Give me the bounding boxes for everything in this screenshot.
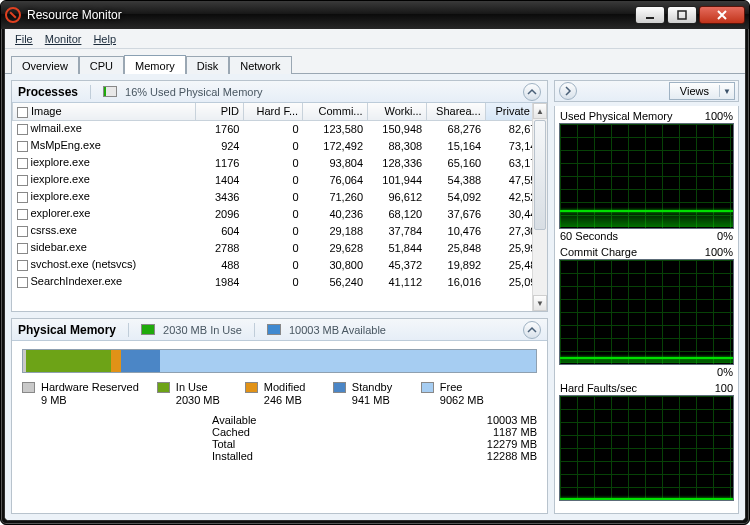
views-button[interactable]: Views ▼ xyxy=(669,82,735,100)
process-table: Image PID Hard F... Commi... Worki... Sh… xyxy=(12,103,547,291)
legend-standby: Standby941 MB xyxy=(333,381,403,406)
col-working[interactable]: Worki... xyxy=(367,103,426,120)
tab-network[interactable]: Network xyxy=(229,56,291,74)
graph-foot-right: 0% xyxy=(717,366,733,378)
col-pid[interactable]: PID xyxy=(195,103,243,120)
table-row[interactable]: iexplore.exe1176093,804128,33665,16063,1… xyxy=(13,154,547,171)
total-total-label: Total xyxy=(212,438,365,450)
graph-max: 100% xyxy=(705,110,733,122)
memory-legend: Hardware Reserved9 MBIn Use2030 MBModifi… xyxy=(22,381,537,406)
table-row[interactable]: MsMpEng.exe9240172,49288,30815,16473,144 xyxy=(13,137,547,154)
mem-seg-modified xyxy=(111,350,121,372)
views-label: Views xyxy=(670,85,720,97)
physical-memory-body: Hardware Reserved9 MBIn Use2030 MBModifi… xyxy=(12,341,547,468)
process-table-wrap: Image PID Hard F... Commi... Worki... Sh… xyxy=(12,103,547,311)
graph-0: Used Physical Memory100%60 Seconds0% xyxy=(559,110,734,242)
col-image[interactable]: Image xyxy=(13,103,196,120)
memory-usage-indicator xyxy=(103,86,117,97)
tab-strip: Overview CPU Memory Disk Network xyxy=(5,49,745,73)
table-row[interactable]: csrss.exe604029,18837,78410,47627,308 xyxy=(13,222,547,239)
in-use-label: 2030 MB In Use xyxy=(163,324,242,336)
row-checkbox[interactable] xyxy=(17,175,28,186)
graph-max: 100 xyxy=(715,382,733,394)
menu-file[interactable]: File xyxy=(11,32,37,46)
row-checkbox[interactable] xyxy=(17,124,28,135)
available-label: 10003 MB Available xyxy=(289,324,386,336)
memory-breakdown-bar xyxy=(22,349,537,373)
minimize-icon xyxy=(645,10,655,20)
tab-overview[interactable]: Overview xyxy=(11,56,79,74)
table-row[interactable]: iexplore.exe1404076,064101,94454,38847,5… xyxy=(13,171,547,188)
table-row[interactable]: SearchIndexer.exe1984056,24041,11216,016… xyxy=(13,273,547,290)
row-checkbox[interactable] xyxy=(17,192,28,203)
table-row[interactable]: wlmail.exe17600123,580150,94868,27682,67… xyxy=(13,120,547,137)
total-cached-label: Cached xyxy=(212,426,365,438)
total-cached-value: 1187 MB xyxy=(379,426,537,438)
graph-1: Commit Charge100%0% xyxy=(559,246,734,378)
row-checkbox[interactable] xyxy=(17,209,28,220)
chevron-up-icon xyxy=(527,325,537,335)
select-all-checkbox[interactable] xyxy=(17,107,28,118)
col-commit[interactable]: Commi... xyxy=(303,103,367,120)
table-row[interactable]: sidebar.exe2788029,62851,84425,84825,996 xyxy=(13,239,547,256)
memory-totals: Available10003 MBCached1187 MBTotal12279… xyxy=(212,414,537,462)
menu-help[interactable]: Help xyxy=(89,32,120,46)
tab-disk[interactable]: Disk xyxy=(186,56,229,74)
legend-in_use: In Use2030 MB xyxy=(157,381,227,406)
row-checkbox[interactable] xyxy=(17,226,28,237)
collapse-right-button[interactable] xyxy=(559,82,577,100)
graph-title: Hard Faults/sec xyxy=(560,382,637,394)
in-use-indicator xyxy=(141,324,155,335)
left-column: Processes 16% Used Physical Memory xyxy=(11,80,548,514)
mem-seg-free xyxy=(160,350,536,372)
scroll-thumb[interactable] xyxy=(534,120,546,230)
menu-bar: File Monitor Help xyxy=(5,29,745,49)
content-split: Processes 16% Used Physical Memory xyxy=(5,74,745,520)
collapse-processes-button[interactable] xyxy=(523,83,541,101)
graphs-container: Used Physical Memory100%60 Seconds0%Comm… xyxy=(554,106,739,514)
close-button[interactable] xyxy=(699,6,745,24)
graph-title: Used Physical Memory xyxy=(560,110,672,122)
collapse-physical-memory-button[interactable] xyxy=(523,321,541,339)
processes-header[interactable]: Processes 16% Used Physical Memory xyxy=(12,81,547,103)
total-available-label: Available xyxy=(212,414,365,426)
resource-monitor-window: Resource Monitor File Monitor Help Overv… xyxy=(0,0,750,525)
row-checkbox[interactable] xyxy=(17,158,28,169)
scroll-up-button[interactable]: ▲ xyxy=(533,103,547,119)
title-bar[interactable]: Resource Monitor xyxy=(1,1,749,29)
physical-memory-title: Physical Memory xyxy=(18,323,116,337)
table-row[interactable]: svchost.exe (netsvcs)488030,80045,37219,… xyxy=(13,256,547,273)
tab-memory[interactable]: Memory xyxy=(124,55,186,74)
row-checkbox[interactable] xyxy=(17,260,28,271)
graph-2: Hard Faults/sec100 xyxy=(559,382,734,502)
row-checkbox[interactable] xyxy=(17,277,28,288)
table-row[interactable]: iexplore.exe3436071,26096,61254,09242,52… xyxy=(13,188,547,205)
tab-cpu[interactable]: CPU xyxy=(79,56,124,74)
total-installed-value: 12288 MB xyxy=(379,450,537,462)
total-available-value: 10003 MB xyxy=(379,414,537,426)
col-shareable[interactable]: Sharea... xyxy=(426,103,485,120)
available-indicator xyxy=(267,324,281,335)
total-total-value: 12279 MB xyxy=(379,438,537,450)
col-hardfaults[interactable]: Hard F... xyxy=(243,103,302,120)
mem-seg-standby xyxy=(121,350,161,372)
graph-canvas xyxy=(559,259,734,365)
graph-max: 100% xyxy=(705,246,733,258)
row-checkbox[interactable] xyxy=(17,243,28,254)
row-checkbox[interactable] xyxy=(17,141,28,152)
legend-hardware: Hardware Reserved9 MB xyxy=(22,381,139,406)
svg-rect-0 xyxy=(646,17,654,19)
table-row[interactable]: explorer.exe2096040,23668,12037,67630,44… xyxy=(13,205,547,222)
client-area: File Monitor Help Overview CPU Memory Di… xyxy=(4,29,746,521)
menu-monitor[interactable]: Monitor xyxy=(41,32,86,46)
processes-used-pct: 16% Used Physical Memory xyxy=(125,86,263,98)
graph-foot-right: 0% xyxy=(717,230,733,242)
scroll-down-button[interactable]: ▼ xyxy=(533,295,547,311)
close-icon xyxy=(716,10,728,20)
maximize-button[interactable] xyxy=(667,6,697,24)
physical-memory-header[interactable]: Physical Memory 2030 MB In Use 10003 MB … xyxy=(12,319,547,341)
graph-title: Commit Charge xyxy=(560,246,637,258)
process-scrollbar[interactable]: ▲ ▼ xyxy=(532,103,547,311)
physical-memory-panel: Physical Memory 2030 MB In Use 10003 MB … xyxy=(11,318,548,514)
minimize-button[interactable] xyxy=(635,6,665,24)
